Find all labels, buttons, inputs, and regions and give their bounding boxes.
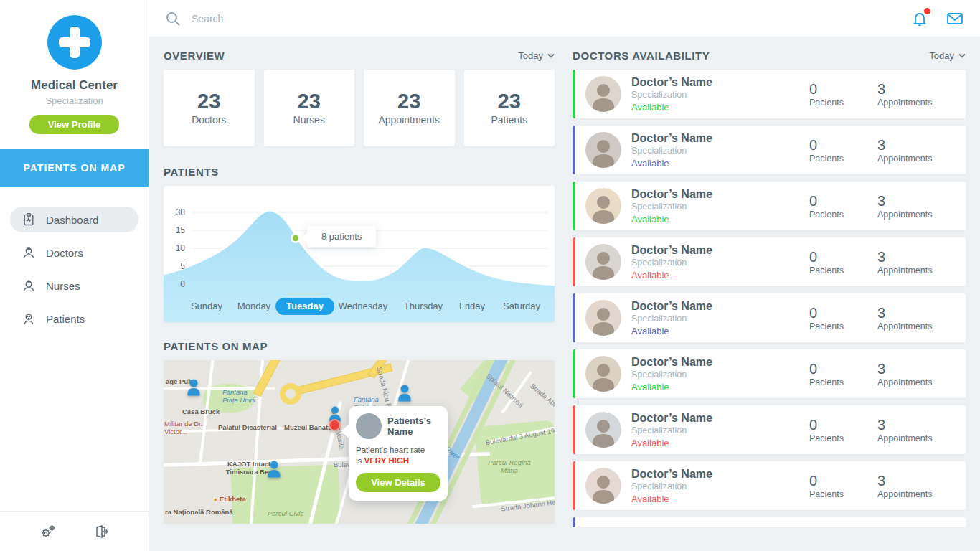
doctor-card-partial[interactable]: [573, 517, 966, 527]
day-label-thursday[interactable]: Thursday: [404, 298, 443, 315]
chart-tooltip: 8 patients: [307, 226, 376, 247]
doctors-column: DOCTORS AVAILABILITY Today Docto: [573, 47, 966, 551]
logout-door-icon[interactable]: [93, 523, 110, 540]
alert-patient-marker[interactable]: [329, 419, 341, 431]
main-area: OVERVIEW Today 23 Doctors 23: [149, 0, 980, 551]
map-label: Parcul Regina Maria: [485, 459, 534, 475]
day-label-friday[interactable]: Friday: [459, 298, 485, 315]
sidebar-item-nurses[interactable]: Nurses: [10, 273, 138, 298]
doctor-card[interactable]: Doctor’s Name Specialization Available 0…: [573, 126, 966, 174]
doctor-card[interactable]: Doctor’s Name Specialization Available 0…: [573, 293, 966, 342]
patients-count: 0: [809, 473, 877, 489]
overview-period-dropdown[interactable]: Today: [518, 50, 555, 61]
doctor-card[interactable]: Doctor’s Name Specialization Available 0…: [573, 182, 966, 230]
doctor-specialization: Specialization: [631, 314, 712, 324]
patients-count: 0: [809, 417, 877, 433]
y-tick: 5: [164, 261, 185, 271]
doctor-avatar: [585, 188, 621, 224]
appointments-label: Appointments: [877, 98, 953, 108]
stat-value: 23: [498, 90, 521, 113]
doctor-card[interactable]: Doctor’s Name Specialization Available 0…: [573, 405, 966, 454]
sidebar: Medical Center Specialization View Profi…: [0, 0, 149, 551]
doctor-patients-stat: 0 Pacients: [809, 249, 877, 276]
patient-map-marker[interactable]: [265, 459, 283, 482]
doctor-specialization: Specialization: [631, 146, 712, 156]
doctor-status: Available: [631, 270, 712, 281]
overview-stat-card: 23 Appointments: [364, 70, 455, 146]
doctor-appointments-stat: 3 Appointments: [877, 249, 953, 276]
patients-area-chart: 30 15 10 5 0 8 patients Sunday Monday Tu…: [164, 186, 555, 322]
doctor-patients-stat: 0 Pacients: [809, 193, 877, 220]
doctor-status: Available: [631, 382, 712, 392]
medical-plus-icon: [47, 15, 102, 70]
nurse-icon: [22, 278, 36, 293]
doctor-status: Available: [631, 158, 712, 169]
bell-icon[interactable]: [911, 10, 928, 27]
y-tick: 30: [164, 207, 185, 217]
patients-count: 0: [809, 193, 877, 209]
day-label-tuesday-selected[interactable]: Tuesday: [275, 298, 334, 315]
day-label-saturday[interactable]: Saturday: [503, 298, 540, 315]
topbar: [149, 0, 980, 37]
doctor-avatar: [585, 244, 621, 280]
doctor-card[interactable]: Doctor’s Name Specialization Available 0…: [573, 349, 966, 398]
doctor-avatar: [585, 468, 621, 504]
mail-icon[interactable]: [946, 11, 964, 27]
patients-label: Pacients: [809, 433, 877, 443]
doctor-name: Doctor’s Name: [631, 299, 712, 313]
map-label: Parcul Civic: [268, 509, 303, 517]
doctor-patients-stat: 0 Pacients: [809, 81, 877, 108]
doctor-card[interactable]: Doctor’s Name Specialization Available 0…: [573, 70, 966, 118]
patients-label: Pacients: [809, 209, 877, 220]
overview-title: OVERVIEW: [164, 50, 225, 62]
doctor-appointments-stat: 3 Appointments: [877, 305, 953, 331]
map-label: Palatul Dicasterial: [218, 423, 277, 431]
overview-stat-card: 23 Doctors: [164, 70, 255, 146]
doctor-specialization: Specialization: [631, 90, 712, 100]
sidebar-item-label: Dashboard: [46, 214, 98, 226]
map-label: Etikheta: [214, 495, 246, 503]
appointments-label: Appointments: [877, 377, 953, 387]
day-label-wednesday[interactable]: Wednesday: [339, 298, 387, 315]
stat-value: 23: [298, 90, 321, 113]
sidebar-footer: [0, 511, 149, 551]
search-input[interactable]: [192, 13, 421, 24]
patients-count: 0: [809, 137, 877, 153]
appointments-label: Appointments: [877, 265, 953, 276]
settings-gears-icon[interactable]: [39, 523, 57, 540]
sidebar-item-doctors[interactable]: Doctors: [10, 240, 138, 265]
doctor-appointments-stat: 3 Appointments: [877, 193, 953, 220]
map-section-title: PATIENTS ON MAP: [164, 340, 268, 352]
doctor-name: Doctor’s Name: [631, 467, 712, 481]
sidebar-item-dashboard[interactable]: Dashboard: [10, 207, 138, 232]
view-details-button[interactable]: View Details: [356, 473, 440, 492]
doctor-specialization: Specialization: [631, 202, 712, 212]
doctor-specialization: Specialization: [631, 258, 712, 268]
doctor-status: Available: [631, 214, 712, 225]
stat-label: Nurses: [293, 114, 325, 126]
sidebar-item-label: Doctors: [46, 247, 83, 259]
map-label: Casa Brück: [182, 408, 220, 415]
sidebar-item-patients[interactable]: Patients: [10, 306, 138, 331]
patient-map-marker[interactable]: [185, 377, 202, 400]
patients-label: Pacients: [809, 265, 877, 276]
chart-highlight-dot: [292, 235, 300, 242]
appointments-count: 3: [877, 249, 953, 265]
day-label-sunday[interactable]: Sunday: [191, 298, 222, 315]
doctor-patients-stat: 0 Pacients: [809, 305, 877, 331]
map-label: Militar de Dr. Victor...: [164, 420, 206, 436]
doctor-card[interactable]: Doctor’s Name Specialization Available 0…: [573, 237, 966, 286]
patient-map-marker[interactable]: [396, 383, 413, 406]
doctor-appointments-stat: 3 Appointments: [877, 361, 953, 387]
patients-map[interactable]: age Pub Casa Brück Militar de Dr. Victor…: [164, 360, 555, 524]
view-profile-button[interactable]: View Profile: [29, 115, 119, 134]
topbar-icons: [911, 10, 964, 27]
doctor-card[interactable]: Doctor’s Name Specialization Available 0…: [573, 461, 966, 510]
doctors-period-dropdown[interactable]: Today: [929, 50, 966, 61]
doctor-specialization: Specialization: [631, 481, 712, 491]
patients-on-map-banner[interactable]: PATIENTS ON MAP: [0, 149, 149, 187]
appointments-count: 3: [877, 473, 953, 489]
day-label-monday[interactable]: Monday: [237, 298, 270, 315]
clinic-profile: Medical Center Specialization View Profi…: [0, 0, 149, 134]
doctor-patients-stat: 0 Pacients: [809, 417, 877, 443]
